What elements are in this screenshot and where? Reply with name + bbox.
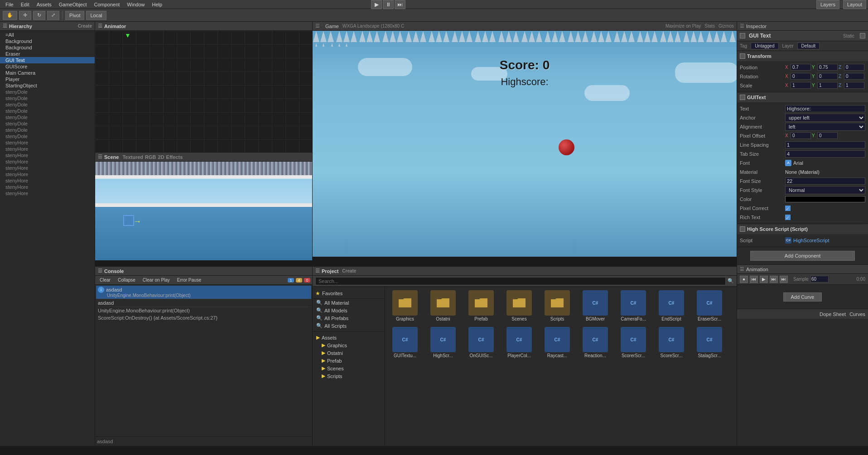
line-spacing-input[interactable]: [785, 141, 865, 148]
hierarchy-item-guitext[interactable]: GUI Text: [0, 57, 95, 63]
scale-x-input[interactable]: [791, 82, 811, 89]
anchor-prop-select[interactable]: upper left: [785, 114, 865, 122]
pos-y-input[interactable]: [817, 64, 838, 71]
pixel-correct-checkbox[interactable]: ✓: [785, 206, 791, 211]
static-checkbox[interactable]: [860, 33, 865, 38]
sidebar-prefab[interactable]: ▶ Prefab: [313, 357, 385, 364]
console-clear-on-play-btn[interactable]: Clear on Play: [140, 277, 173, 283]
hand-tool[interactable]: ✋: [3, 11, 17, 20]
menu-help[interactable]: Help: [148, 1, 166, 8]
hierarchy-item-stenyhore8[interactable]: stenyHore: [0, 184, 95, 190]
asset-eraserscr[interactable]: C# EraserScr...: [691, 288, 728, 323]
rich-text-checkbox[interactable]: ✓: [785, 215, 791, 220]
menu-window[interactable]: Window: [123, 1, 148, 8]
asset-reaction[interactable]: C# Reaction...: [577, 325, 613, 360]
asset-scorerscr[interactable]: C# ScorerScr...: [615, 325, 651, 360]
anim-prev-btn[interactable]: ⏮: [750, 276, 758, 283]
hierarchy-item-stenyhore2[interactable]: stenyHore: [0, 146, 95, 152]
sidebar-all-prefabs[interactable]: 🔍 All Prefabs: [313, 314, 385, 322]
local-toggle[interactable]: Local: [86, 11, 106, 20]
alignment-prop-select[interactable]: left: [785, 123, 865, 131]
inspector-scroll[interactable]: GUI Text Static Tag Untagged Layer Defau…: [737, 31, 868, 446]
pos-x-input[interactable]: [791, 64, 811, 71]
layout-dropdown[interactable]: Layout: [843, 0, 866, 9]
anim-end-btn[interactable]: ⏭: [780, 276, 788, 283]
asset-guitextu[interactable]: C# GUITextu...: [387, 325, 423, 360]
scene-color-label[interactable]: RGB: [145, 154, 156, 160]
menu-gameobject[interactable]: GameObject: [55, 1, 91, 8]
hierarchy-item-bg1[interactable]: Background: [0, 38, 95, 44]
anim-play-btn[interactable]: ▶: [760, 276, 768, 283]
hierarchy-item-stenydole6[interactable]: stenyDole: [0, 120, 95, 127]
scene-effects-label[interactable]: Effects: [166, 154, 183, 160]
hierarchy-item-stenyhore6[interactable]: stenyHore: [0, 171, 95, 177]
highscore-script-header[interactable]: High Score Script (Script): [737, 224, 868, 234]
tag-dropdown[interactable]: Untagged: [751, 43, 778, 49]
asset-scripts-folder[interactable]: Scripts: [539, 288, 575, 323]
asset-scorescr[interactable]: C# ScoreScr...: [653, 325, 690, 360]
menu-assets[interactable]: Assets: [33, 1, 55, 8]
game-resolution[interactable]: WXGA Landscape (1280x80 C: [342, 24, 404, 29]
asset-scenes-folder[interactable]: Scenes: [501, 288, 537, 323]
layer-dropdown[interactable]: Default: [797, 43, 820, 49]
guitext-header[interactable]: GUIText: [737, 92, 868, 102]
asset-prefab-folder[interactable]: Prefab: [463, 288, 499, 323]
rot-y-input[interactable]: [817, 73, 838, 80]
hierarchy-item-stenydole4[interactable]: stenyDole: [0, 108, 95, 114]
sidebar-ostatni[interactable]: ▶ Ostatni: [313, 349, 385, 357]
menu-component[interactable]: Component: [90, 1, 123, 8]
sidebar-graphics[interactable]: ▶ Graphics: [313, 341, 385, 349]
console-entry-1[interactable]: i asdasd UnityEngine.MonoBehaviour:print…: [96, 286, 311, 299]
add-curve-button[interactable]: Add Curve: [783, 292, 822, 302]
rot-x-input[interactable]: [791, 73, 811, 80]
hierarchy-item-maincamera[interactable]: Main Camera: [0, 70, 95, 76]
asset-raycast[interactable]: C# Raycast...: [539, 325, 575, 360]
hierarchy-item-stenydole1[interactable]: stenyDole: [0, 89, 95, 95]
dope-sheet-btn[interactable]: Dope Sheet: [820, 311, 846, 317]
hierarchy-item-eraser[interactable]: Eraser: [0, 51, 95, 57]
asset-camerafo[interactable]: C# CameraFo...: [615, 288, 651, 323]
menu-edit[interactable]: Edit: [17, 1, 33, 8]
font-size-input[interactable]: [785, 177, 865, 185]
gizmos-btn[interactable]: Gizmos: [719, 24, 734, 29]
menu-file[interactable]: File: [2, 1, 17, 8]
move-tool[interactable]: ✛: [19, 11, 31, 20]
hierarchy-item-stenydole8[interactable]: stenyDole: [0, 133, 95, 139]
anim-record-btn[interactable]: ●: [740, 276, 748, 283]
font-style-select[interactable]: Normal: [785, 186, 865, 194]
asset-playercol[interactable]: C# PlayerCol...: [501, 325, 537, 360]
object-active-checkbox[interactable]: [740, 33, 745, 38]
hierarchy-item-all[interactable]: =All: [0, 32, 95, 38]
sample-input[interactable]: [810, 276, 829, 283]
scale-tool[interactable]: ⤢: [47, 11, 59, 20]
project-create-btn[interactable]: Create: [342, 268, 356, 273]
curves-btn[interactable]: Curves: [849, 311, 865, 317]
asset-graphics-folder[interactable]: Graphics: [387, 288, 423, 323]
asset-stalagscr[interactable]: C# StalagScr...: [691, 325, 728, 360]
hierarchy-item-stenydole3[interactable]: stenyDole: [0, 101, 95, 108]
hierarchy-item-stenyhore5[interactable]: stenyHore: [0, 165, 95, 171]
asset-highscr[interactable]: C# HighScr...: [425, 325, 461, 360]
project-search-input[interactable]: [315, 277, 726, 285]
scene-2d-label[interactable]: 2D: [158, 154, 164, 160]
asset-endscript[interactable]: C# EndScript: [653, 288, 690, 323]
rot-z-input[interactable]: [844, 73, 864, 80]
hierarchy-item-player[interactable]: Player: [0, 76, 95, 82]
hierarchy-item-bg2[interactable]: Background: [0, 44, 95, 51]
hierarchy-item-stenydole2[interactable]: stenyDole: [0, 95, 95, 101]
add-component-button[interactable]: Add Component: [750, 251, 855, 261]
layers-dropdown[interactable]: Layers: [816, 0, 839, 9]
sidebar-all-models[interactable]: 🔍 All Models: [313, 307, 385, 314]
stats-btn[interactable]: Stats: [704, 24, 715, 29]
console-entry-4[interactable]: ScoreScript:OnDestroy() {at Assets/Score…: [96, 314, 311, 321]
hierarchy-item-stenyhore4[interactable]: stenyHore: [0, 158, 95, 165]
hierarchy-create[interactable]: Create: [78, 24, 92, 29]
console-entry-3[interactable]: UnityEngine.MonoBehaviour:print(Object): [96, 307, 311, 314]
hierarchy-item-stenyhore3[interactable]: stenyHore: [0, 152, 95, 158]
px-input[interactable]: [791, 132, 811, 139]
sidebar-all-material[interactable]: 🔍 All Material: [313, 299, 385, 307]
hierarchy-item-stenyhore1[interactable]: stenyHore: [0, 139, 95, 146]
hierarchy-item-stenyhore9[interactable]: stenyHore: [0, 190, 95, 196]
sidebar-all-scripts[interactable]: 🔍 All Scripts: [313, 322, 385, 330]
console-entry-2[interactable]: asdasd: [96, 299, 311, 307]
